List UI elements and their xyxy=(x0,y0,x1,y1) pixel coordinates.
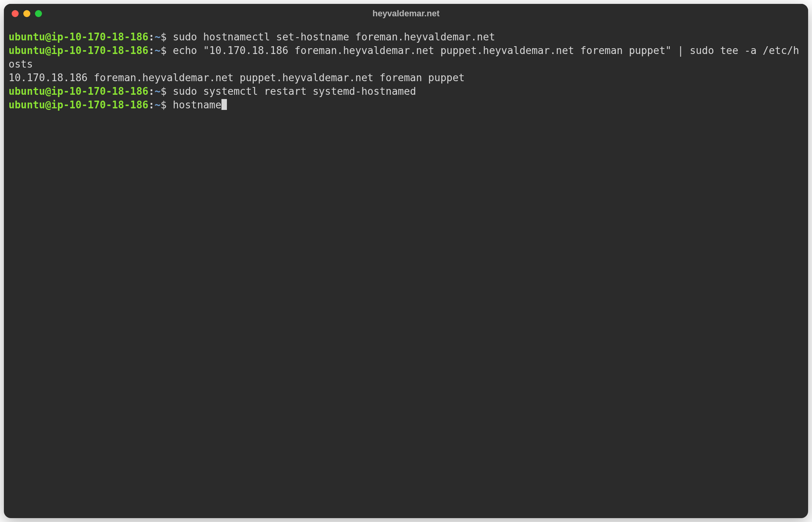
output-line: 10.170.18.186 foreman.heyvaldemar.net pu… xyxy=(9,71,803,85)
terminal-body[interactable]: ubuntu@ip-10-170-18-186:~$ sudo hostname… xyxy=(4,23,808,518)
close-icon[interactable] xyxy=(12,10,19,17)
terminal-line: ubuntu@ip-10-170-18-186:~$ sudo systemct… xyxy=(9,85,803,98)
cursor-icon xyxy=(221,99,227,110)
prompt-dollar: $ xyxy=(160,45,167,56)
prompt-dollar: $ xyxy=(160,85,167,97)
prompt-dollar: $ xyxy=(160,99,167,111)
prompt-dollar: $ xyxy=(160,31,167,43)
prompt-user: ubuntu@ip-10-170-18-186 xyxy=(9,85,148,97)
traffic-lights xyxy=(12,10,42,17)
command-text: sudo hostnamectl set-hostname foreman.he… xyxy=(173,31,495,43)
prompt-user: ubuntu@ip-10-170-18-186 xyxy=(9,45,148,56)
prompt-colon: : xyxy=(148,99,155,111)
terminal-line: ubuntu@ip-10-170-18-186:~$ hostname xyxy=(9,98,803,112)
command-text: sudo systemctl restart systemd-hostnamed xyxy=(173,85,416,97)
titlebar: heyvaldemar.net xyxy=(4,4,808,23)
prompt-path: ~ xyxy=(155,85,161,97)
maximize-icon[interactable] xyxy=(35,10,42,17)
prompt-user: ubuntu@ip-10-170-18-186 xyxy=(9,99,148,111)
prompt-colon: : xyxy=(148,85,155,97)
prompt-colon: : xyxy=(148,45,155,56)
terminal-line: ubuntu@ip-10-170-18-186:~$ sudo hostname… xyxy=(9,30,803,44)
prompt-path: ~ xyxy=(155,45,161,56)
prompt-user: ubuntu@ip-10-170-18-186 xyxy=(9,31,148,43)
minimize-icon[interactable] xyxy=(23,10,30,17)
command-text: hostname xyxy=(173,99,221,111)
prompt-colon: : xyxy=(148,31,155,43)
window-title: heyvaldemar.net xyxy=(373,9,439,19)
terminal-window: heyvaldemar.net ubuntu@ip-10-170-18-186:… xyxy=(4,4,808,518)
prompt-path: ~ xyxy=(155,31,161,43)
terminal-line: ubuntu@ip-10-170-18-186:~$ echo "10.170.… xyxy=(9,44,803,71)
prompt-path: ~ xyxy=(155,99,161,111)
